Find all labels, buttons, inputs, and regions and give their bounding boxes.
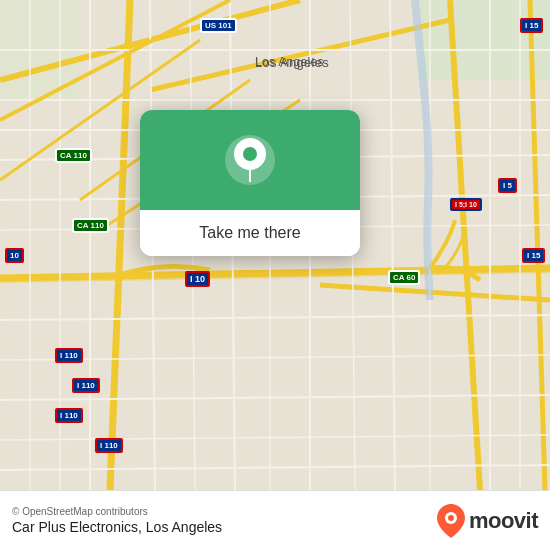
bottom-bar: © OpenStreetMap contributors Car Plus El… bbox=[0, 490, 550, 550]
highway-badge-ca110-1: CA 110 bbox=[55, 148, 92, 163]
highway-badge-i10-1: 10 bbox=[5, 248, 24, 263]
highway-badge-i110-4: I 110 bbox=[95, 438, 123, 453]
highway-badge-i15-1: I 15 bbox=[520, 18, 543, 33]
svg-point-41 bbox=[243, 147, 257, 161]
pin-shape bbox=[232, 138, 268, 182]
highway-badge-i5: I 5 bbox=[498, 178, 517, 193]
popup-icon-area bbox=[140, 110, 360, 210]
highway-badge-i110-3: I 110 bbox=[55, 408, 83, 423]
highway-badge-ca60: CA 60 bbox=[388, 270, 420, 285]
moovit-text: moovit bbox=[469, 508, 538, 534]
los-angeles-label: Los Angeles bbox=[255, 55, 329, 70]
highway-badge-us101: US 101 bbox=[200, 18, 237, 33]
highway-badge-i15-2: I 15 bbox=[522, 248, 545, 263]
take-me-there-button[interactable]: Take me there bbox=[140, 210, 360, 256]
svg-point-43 bbox=[448, 515, 454, 521]
highway-badge-i110-2: I 110 bbox=[72, 378, 100, 393]
highway-badge-ca110-2: CA 110 bbox=[72, 218, 109, 233]
highway-badge-i10-2: I 10 bbox=[185, 271, 210, 287]
bottom-left-info: © OpenStreetMap contributors Car Plus El… bbox=[12, 506, 222, 535]
map-area: Los Angeles US 101 CA 110 CA 110 10 I 10… bbox=[0, 0, 550, 490]
moovit-logo: moovit bbox=[437, 504, 538, 538]
location-pin-icon bbox=[232, 138, 268, 182]
attribution-text: © OpenStreetMap contributors bbox=[12, 506, 222, 517]
highway-badge-i110-1: I 110 bbox=[55, 348, 83, 363]
moovit-pin-icon bbox=[437, 504, 465, 538]
highway-badge-i5i10: I 5;I 10 bbox=[450, 198, 482, 211]
popup-pin-outer bbox=[225, 135, 275, 185]
place-name: Car Plus Electronics, Los Angeles bbox=[12, 519, 222, 535]
popup-card: Take me there bbox=[140, 110, 360, 256]
